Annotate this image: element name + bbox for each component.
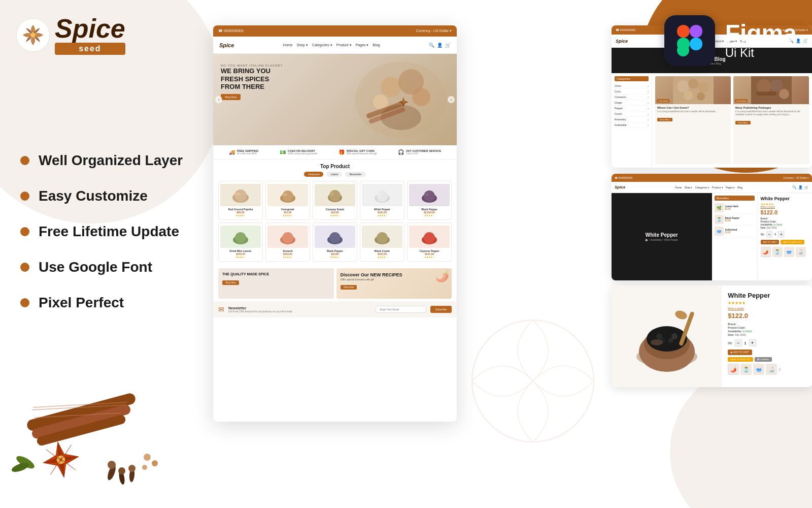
tab-featured[interactable]: Featured [304,172,323,177]
user-icon[interactable]: 👤 [437,43,443,48]
product-stars-1: ★★★★☆ [220,214,261,217]
product-card-10[interactable]: Cayenne Pepper $241.99 ★★★★☆ [407,223,452,262]
blog-cat-asafoetida[interactable]: Asafoetida› [615,122,649,128]
listing-nav-home[interactable]: Home [675,186,682,189]
feature-dot-4 [20,263,29,272]
large-thumb-2[interactable]: 🫙 [740,364,752,375]
nav-product[interactable]: Product ▾ [336,43,352,47]
nav-pages[interactable]: Pages ▾ [356,43,369,47]
tab-latest[interactable]: Latest [326,172,342,177]
product-card-6[interactable]: Dried Mint Leaves $242.00 ★★★★☆ [218,223,263,262]
svg-point-27 [142,465,147,470]
search-icon[interactable]: 🔍 [429,43,434,48]
nav-categories[interactable]: Categories ▾ [312,43,332,47]
blog-cart-icon[interactable]: 🛒 [803,39,808,43]
blog-sidebar: Categories Chive› Curry› Cinnamon› Ginge… [612,73,652,167]
detail-stars: ★★★★★ [761,202,809,206]
blog-card-text-1: It is a long established fact that a rea… [657,110,729,113]
product-card-1[interactable]: Red Ground Paprika $86.00 ★★★★☆ [218,181,263,220]
blog-cat-chive[interactable]: Chive› [615,83,649,89]
blog-cat-ginger[interactable]: Ginger› [615,100,649,106]
large-thumb-1[interactable]: 🌶️ [728,364,739,375]
product-card-3[interactable]: Caraway Seeds $22.00 ★★★★☆ [313,181,357,220]
listing-cart-icon[interactable]: 🛒 [804,185,809,189]
thumb-1[interactable]: 🌶️ [761,247,771,257]
large-wishlist-btn[interactable]: ♥ ADD TO WISH LIST [728,357,753,362]
large-thumb-4[interactable]: 🍶 [766,364,777,375]
tab-bestseller[interactable]: Bestseller [345,172,365,177]
large-thumb-next[interactable]: › [779,364,781,375]
feature-item-5: Pixel Perfect [20,295,183,311]
detail-review-link[interactable]: Write a review [761,206,809,208]
listing-rec-item-2[interactable]: 🫙 Black Pepper $3.08 [715,214,755,226]
qty-selector: Qty − 1 + [761,231,809,238]
product-card-2[interactable]: Fenugreek $13.20 ★★★★☆ [265,181,310,220]
banner-quality-btn[interactable]: Shop Now [222,280,239,285]
newsletter-subscribe-button[interactable]: Subscribe [430,306,452,313]
cart-icon[interactable]: 🛒 [445,43,451,48]
listing-body: White Pepper 🏠 > Asafoetida > White Pepp… [612,193,812,280]
product-card-8[interactable]: Black Pepper $29.80 ★★★★☆ [313,223,357,262]
listing-rec-item-3[interactable]: 🥣 Authorised $3.08 [715,226,755,237]
thumb-2[interactable]: 🫙 [772,247,783,257]
product-card-9[interactable]: Black Cumin $122.00 ★★★★☆ [360,223,404,262]
listing-nav-cat[interactable]: Categories ▾ [695,186,709,189]
large-thumb-3[interactable]: 🥣 [753,364,764,375]
nav-blog[interactable]: Blog [373,43,380,47]
blog-card-1[interactable]: Comments Where Can I Get Some? It is a l… [655,76,731,164]
listing-user-icon[interactable]: 👤 [798,185,803,189]
large-qty-increase[interactable]: + [749,339,757,347]
mock-hero-text: DO YOU WANT ITALIAN FLAVOR? WE BRING YOU… [221,64,283,100]
discover-btn[interactable]: Shop Now [341,285,357,290]
blog-content: Categories Chive› Curry› Cinnamon› Ginge… [612,73,812,167]
product-card-4[interactable]: White Pepper $102.00 ★★★★☆ [360,181,404,220]
blog-cat-cumin[interactable]: Cumin› [615,111,649,117]
listing-search-icon[interactable]: 🔍 [792,185,797,189]
listing-rec-img-3: 🥣 [715,227,724,236]
mock-navbar[interactable]: Spice Home Shop ▾ Categories ▾ Product ▾… [213,37,457,54]
listing-nav-blog[interactable]: Blog [737,186,742,189]
thumb-3[interactable]: 🥣 [784,247,794,257]
listing-nav-shop[interactable]: Shop ▾ [684,186,692,189]
product-card-5[interactable]: Black Pepper $2,000.00 ★★★★☆ [407,181,452,220]
large-add-cart-btn[interactable]: ▶ ADD TO CART [728,350,752,355]
newsletter-input[interactable] [376,306,426,313]
product-large-review[interactable]: Write a review [728,307,806,310]
svg-point-65 [329,232,341,243]
listing-nav-prod[interactable]: Product ▾ [712,186,723,189]
listing-product-detail: White Pepper ★★★★★ Write a review $122.0… [758,193,813,280]
hero-prev-arrow[interactable]: ‹ [215,96,222,103]
large-compare-btn[interactable]: ⇄ COMPARE [755,357,772,362]
large-qty-decrease[interactable]: − [734,339,742,347]
svg-point-56 [378,193,382,196]
figma-badge: Figma Ui Kit [664,15,797,66]
blog-card-body-1: Where Can I Get Some? It is a long estab… [655,104,731,124]
background-circle-bottom-right [670,366,812,508]
nav-shop[interactable]: Shop ▾ [297,43,308,47]
listing-rec-item-1[interactable]: 🌿 Lemon Herb $3.08 [715,202,755,214]
blog-cat-curry[interactable]: Curry› [615,89,649,94]
add-to-wishlist-button[interactable]: ADD TO WISH LIST [781,240,804,244]
product-card-7[interactable]: Sumach $242.00 ★★★★☆ [265,223,310,262]
detail-product-name: White Pepper [761,196,809,201]
blog-card-2[interactable]: Comments Many Publishing Packages It is … [733,76,809,164]
blog-cat-cinnamon[interactable]: Cinnamon› [615,94,649,100]
qty-decrease[interactable]: − [766,231,773,238]
hero-cta-button[interactable]: Shop Now [221,94,241,100]
add-to-cart-button[interactable]: ADD TO CART [761,240,780,244]
blog-card-btn-1[interactable]: Read More [657,118,672,121]
brand-name: Spice [55,15,125,42]
nav-home[interactable]: Home [283,43,293,47]
svg-point-69 [424,232,435,243]
blog-cat-pepper[interactable]: Pepper› [615,106,649,111]
svg-point-74 [684,91,693,100]
feature-dot-3 [20,227,29,236]
listing-navbar[interactable]: Spice Home Shop ▾ Categories ▾ Product ▾… [612,182,812,193]
qty-increase[interactable]: + [777,231,785,238]
listing-nav-pages[interactable]: Pages ▾ [726,186,735,189]
blog-card-btn-2[interactable]: Read More [735,121,751,124]
thumb-4[interactable]: 🍶 [796,247,806,257]
blog-cat-rosemary[interactable]: Rosemary› [615,117,649,122]
product-large-mockup: White Pepper ★★★★★ Write a review $122.0… [612,285,812,387]
blog-nav-logo: Spice [616,39,628,44]
